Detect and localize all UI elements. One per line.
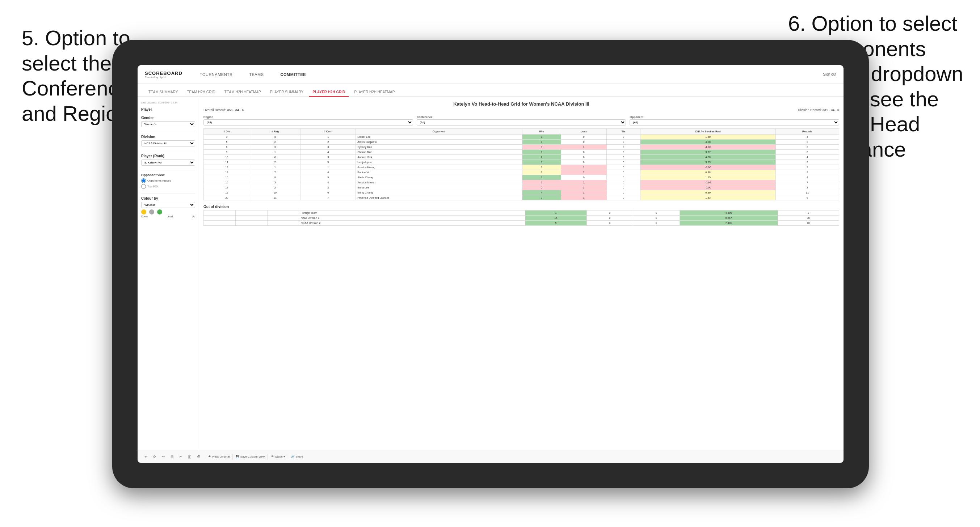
legend-circle-down	[141, 210, 146, 214]
toolbar-redo1[interactable]: ⟳	[152, 454, 158, 459]
sub-nav-team-summary[interactable]: TEAM SUMMARY	[145, 88, 182, 97]
cell-tie: 0	[606, 165, 640, 170]
cell-loss: 0	[561, 135, 607, 140]
nav-committee[interactable]: COMMITTEE	[278, 71, 309, 78]
cell-conf: 1	[301, 135, 356, 140]
cell-tie: 0	[606, 175, 640, 180]
toolbar-undo[interactable]: ↩	[143, 454, 149, 459]
cell-tie: 0	[606, 140, 640, 145]
ood-cell-diff: 9.267	[679, 216, 778, 221]
division-record: Division Record: 331 - 34 - 6	[798, 108, 839, 112]
cell-diff: 3.33	[640, 160, 776, 165]
sidebar-colour-select[interactable]: Win/loss	[141, 202, 195, 208]
region-filter-select[interactable]: (All)	[204, 119, 413, 125]
cell-div: 5	[204, 140, 250, 145]
sign-out[interactable]: Sign out	[823, 72, 836, 76]
opponent-filter-select[interactable]: (All)	[630, 119, 839, 125]
sub-nav-player-h2h-heatmap[interactable]: PLAYER H2H HEATMAP	[350, 88, 398, 97]
ood-cell-div	[204, 221, 235, 226]
ood-cell-conf	[267, 216, 299, 221]
nav-teams[interactable]: TEAMS	[246, 71, 266, 78]
ood-cell-tie: 0	[633, 221, 680, 226]
cell-win: 2	[522, 155, 561, 160]
table-row: 3 3 1 Esther Lee 1 0 0 1.50 4	[204, 135, 839, 140]
toolbar-divider2	[232, 454, 233, 460]
cell-rounds: 6	[775, 195, 839, 200]
sub-nav-team-h2h-grid[interactable]: TEAM H2H GRID	[183, 88, 219, 97]
cell-conf: 2	[301, 140, 356, 145]
cell-reg: 11	[250, 195, 300, 200]
toolbar-watch[interactable]: 👁 Watch ▾	[271, 455, 285, 458]
cell-opponent: Euna Lee	[356, 185, 522, 190]
sidebar: Last Updated: 27/03/2024 14:34 Player Ge…	[138, 97, 199, 450]
cell-reg: 6	[250, 155, 300, 160]
sidebar-colour-section: Colour by Win/loss Down Level Up	[141, 197, 195, 218]
cell-loss: 0	[561, 155, 607, 160]
toolbar-view-original[interactable]: 👁 View: Original	[208, 455, 229, 458]
cell-conf: 5	[301, 160, 356, 165]
toolbar-undo2[interactable]: ↪	[161, 454, 166, 459]
sidebar-gender-select[interactable]: Women's	[141, 121, 195, 127]
toolbar-paste[interactable]: ◫	[186, 454, 192, 459]
ood-cell-conf	[267, 221, 299, 226]
ood-cell-opponent: NCAA Division 2	[299, 221, 525, 226]
cell-tie: 0	[606, 155, 640, 160]
out-of-division-header: Out of division	[204, 205, 839, 209]
cell-loss: 0	[561, 150, 607, 155]
legend-down: Down	[141, 215, 148, 218]
cell-div: 14	[204, 170, 250, 175]
sub-nav-player-summary[interactable]: PLAYER SUMMARY	[266, 88, 307, 97]
sub-nav-team-h2h-heatmap[interactable]: TEAM H2H HEATMAP	[221, 88, 265, 97]
toolbar-share[interactable]: 🔗 Share	[291, 455, 303, 458]
cell-diff: 4.00	[640, 155, 776, 160]
toolbar-divider3	[267, 454, 268, 460]
ood-cell-rounds: 10	[778, 221, 839, 226]
toolbar-cut[interactable]: ✂	[178, 454, 183, 459]
cell-opponent: Jessica Huang	[356, 165, 522, 170]
cell-div: 20	[204, 195, 250, 200]
ood-cell-win: 5	[525, 221, 587, 226]
cell-opponent: Federica Domecq Lacroze	[356, 195, 522, 200]
legend-circle-level	[149, 210, 154, 214]
sidebar-division-select[interactable]: NCAA Division III	[141, 140, 195, 146]
table-row: 15 8 5 Stella Cheng 1 0 0 1.25 4	[204, 175, 839, 180]
cell-win: 1	[522, 135, 561, 140]
region-filter-group: Region (All)	[204, 115, 413, 125]
cell-tie: 0	[606, 190, 640, 195]
cell-tie: 0	[606, 180, 640, 185]
conference-filter-select[interactable]: (All)	[417, 119, 626, 125]
opponent-filter-label: Opponent	[630, 115, 839, 119]
cell-opponent: Esther Lee	[356, 135, 522, 140]
cell-conf: 1	[301, 165, 356, 170]
cell-tie: 0	[606, 145, 640, 150]
toolbar-copy[interactable]: ⊞	[169, 454, 175, 459]
division-record-value: 331 - 34 - 6	[822, 108, 839, 112]
cell-conf: 6	[301, 190, 356, 195]
sidebar-gender-section: Gender Women's	[141, 116, 195, 127]
sidebar-division-section: Division NCAA Division III	[141, 135, 195, 146]
cell-reg: 2	[250, 185, 300, 190]
toolbar-save-custom[interactable]: 💾 Save Custom View	[235, 455, 265, 458]
cell-diff: 3.67	[640, 150, 776, 155]
cell-reg: 3	[250, 145, 300, 150]
ood-table-row: Foreign Team 1 0 0 4.500 2	[204, 211, 839, 216]
nav-tournaments[interactable]: TOURNAMENTS	[197, 71, 235, 78]
radio-opponents-played[interactable]: Opponents Played	[141, 178, 195, 183]
legend-circle-up	[157, 210, 162, 214]
ood-cell-win: 1	[525, 211, 587, 216]
legend-labels: Down Level Up	[141, 215, 195, 218]
ood-cell-loss: 0	[587, 211, 633, 216]
last-updated: Last Updated: 27/03/2024 14:34	[141, 101, 195, 104]
radio-top-100[interactable]: Top 100	[141, 184, 195, 189]
table-row: 5 2 2 Alexis Sudjianto 1 0 0 4.00 3	[204, 140, 839, 145]
cell-opponent: Emily Chang	[356, 190, 522, 195]
tablet-screen: SCOREBOARD Powered by clippd TOURNAMENTS…	[138, 65, 843, 463]
cell-diff: -5.00	[640, 185, 776, 190]
cell-opponent: Sydney Kuo	[356, 145, 522, 150]
opponent-filter-group: Opponent (All)	[630, 115, 839, 125]
sidebar-player-rank-select[interactable]: 8. Katelyn Vo	[141, 160, 195, 166]
table-row: 18 2 2 Euna Lee 0 3 0 -5.00 2	[204, 185, 839, 190]
sub-nav-player-h2h-grid[interactable]: PLAYER H2H GRID	[309, 88, 348, 97]
toolbar-clock[interactable]: ⏱	[196, 454, 202, 459]
cell-div: 19	[204, 190, 250, 195]
